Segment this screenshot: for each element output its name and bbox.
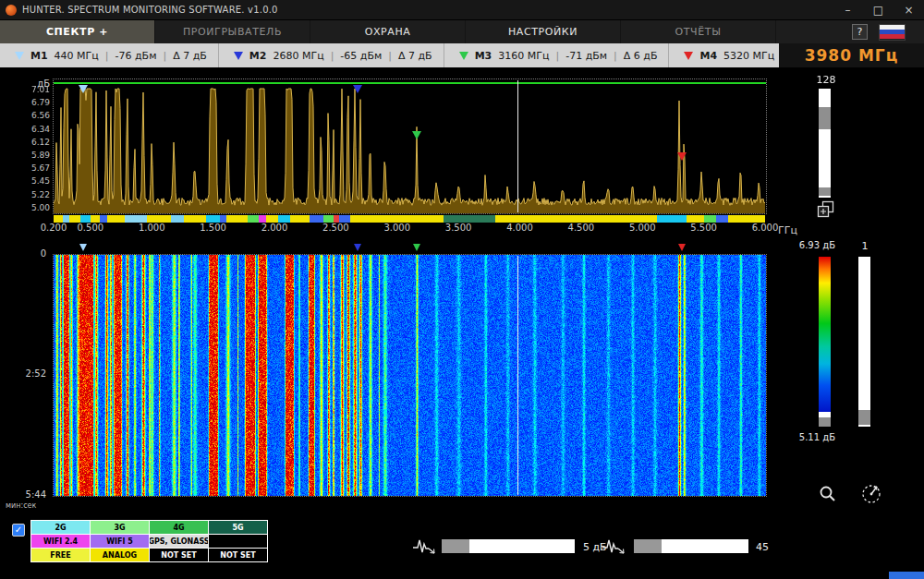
legend-cell: GPS, GLONASS	[150, 535, 208, 548]
tab-reports[interactable]: ОТЧЁТЫ	[621, 20, 776, 43]
legend-cell: NOT SET	[209, 549, 267, 561]
legend-cell: FREE	[31, 549, 90, 561]
marker-frequency: 2680 МГц	[273, 50, 323, 62]
frequency-band	[248, 215, 260, 223]
signal-span-icon	[602, 536, 627, 560]
waterfall-marker-m1[interactable]	[79, 244, 87, 251]
close-button[interactable]: ×	[894, 0, 924, 20]
x-axis-tick: 6.000	[752, 223, 779, 233]
frequency-band	[266, 215, 278, 223]
frequency-cursor-spectrum[interactable]	[517, 80, 518, 212]
y-axis-tick: 7.01	[18, 85, 50, 94]
language-flag-icon[interactable]	[879, 24, 906, 41]
frequency-band	[704, 215, 716, 223]
marker-readout-m1[interactable]: M1 440 МГц | -76 дБм | Δ 7 дБ	[0, 43, 219, 67]
frequency-band	[69, 215, 80, 223]
layers-icon[interactable]	[817, 200, 835, 223]
span-slider-handle[interactable]	[634, 539, 662, 553]
spectrum-marker-m2[interactable]	[353, 85, 362, 93]
spectrum-marker-m3[interactable]	[412, 131, 421, 139]
maximize-button[interactable]: □	[863, 0, 894, 20]
x-axis-tick: 1.000	[139, 223, 165, 233]
spectrum-marker-m1[interactable]	[79, 85, 88, 93]
intensity-value: 1	[856, 240, 874, 252]
frequency-band	[54, 215, 63, 223]
waterfall-marker-m2[interactable]	[354, 244, 361, 251]
tab-bar: СПЕКТР + ПРОИГРЫВАТЕЛЬ ОХРАНА НАСТРОЙКИ …	[0, 20, 924, 43]
magnifier-icon[interactable]	[818, 484, 838, 508]
marker-frequency: 5320 МГц	[723, 50, 774, 62]
y-axis-tick: 5.89	[18, 151, 50, 160]
frequency-band	[687, 215, 704, 223]
marker-readout-m3[interactable]: M3 3160 МГц | -71 дБм | Δ 6 дБ	[444, 43, 670, 67]
color-scale-slider[interactable]	[819, 257, 831, 427]
frequency-band	[290, 215, 310, 223]
frequency-band	[728, 215, 765, 223]
time-axis-tick: 5:44	[11, 489, 46, 500]
frequency-cursor-waterfall[interactable]	[517, 256, 518, 495]
scale-min-value: 5.11 дБ	[785, 432, 835, 442]
threshold-slider[interactable]	[442, 539, 575, 553]
time-axis-tick: 2:52	[11, 368, 46, 379]
waterfall-marker-m4[interactable]	[678, 244, 686, 251]
spectrum-trace-canvas[interactable]	[54, 79, 766, 213]
spectrum-marker-m4[interactable]	[677, 152, 687, 161]
threshold-slider-handle[interactable]	[442, 539, 469, 553]
frequency-band	[91, 215, 101, 223]
x-axis-tick: 2.500	[322, 223, 349, 233]
waterfall-marker-m3[interactable]	[413, 244, 420, 251]
frequency-band	[80, 215, 91, 223]
time-axis-label: мин:сек	[6, 501, 36, 510]
x-axis-tick: 0.200	[41, 223, 67, 233]
legend-cell: NOT SET	[150, 549, 208, 561]
frequency-band	[171, 215, 183, 223]
intensity-slider-handle[interactable]	[858, 410, 870, 425]
app-logo-icon	[6, 5, 17, 16]
frequency-band	[226, 215, 248, 223]
gain-value: 128	[812, 74, 840, 86]
marker-delta: Δ 6 дБ	[624, 50, 658, 62]
legend-table: 2G3G4G5GWIFI 2.4WIFI 5GPS, GLONASSFREEAN…	[30, 520, 268, 562]
signal-threshold-icon	[412, 536, 438, 560]
waterfall-canvas[interactable]	[54, 255, 766, 496]
x-axis-tick: 4.500	[568, 223, 595, 233]
marker-id: M3	[475, 50, 492, 62]
spectrum-plot[interactable]	[53, 78, 767, 214]
y-axis-tick: 6.34	[18, 125, 50, 134]
x-axis-tick: 4.000	[506, 223, 533, 233]
y-axis-tick: 5.67	[18, 163, 50, 173]
tab-player[interactable]: ПРОИГРЫВАТЕЛЬ	[155, 20, 310, 43]
marker-level: -65 дБм	[340, 50, 382, 62]
gain-slider[interactable]	[819, 89, 831, 198]
waterfall-plot[interactable]	[53, 254, 767, 497]
span-slider[interactable]	[634, 539, 748, 553]
frequency-band	[206, 215, 220, 223]
x-axis-tick: 0.500	[77, 223, 103, 233]
scale-max-value: 6.93 дБ	[785, 240, 835, 250]
gain-slider-handle[interactable]	[819, 107, 831, 129]
intensity-slider[interactable]	[858, 257, 870, 427]
frequency-band	[339, 215, 350, 223]
tab-settings[interactable]: НАСТРОЙКИ	[466, 20, 621, 43]
minimize-button[interactable]: –	[833, 0, 863, 20]
time-axis-tick: 0	[11, 248, 46, 259]
window-title: HUNTER. SPECTRUM MONITORING SOFTWARE. v1…	[22, 5, 278, 15]
color-scale-handle[interactable]	[819, 417, 831, 427]
tab-spectrum[interactable]: СПЕКТР +	[0, 20, 155, 43]
y-axis-tick: 5.22	[18, 190, 50, 199]
frequency-band	[310, 215, 323, 223]
y-axis-tick: 6.79	[18, 98, 50, 107]
x-axis-tick: 5.000	[629, 223, 656, 233]
legend-visible-checkbox[interactable]: ✓	[12, 524, 25, 537]
span-value: 45	[756, 541, 769, 553]
gain-slider-nub[interactable]	[819, 187, 831, 196]
legend-cell: WIFI 2.4	[31, 535, 90, 548]
marker-frequency: 440 МГц	[55, 50, 99, 62]
gauge-icon[interactable]	[859, 481, 883, 509]
legend-cell: 3G	[91, 521, 149, 534]
legend-cell	[209, 535, 267, 548]
marker-readout-m2[interactable]: M2 2680 МГц | -65 дБм | Δ 7 дБ	[219, 43, 444, 67]
help-button[interactable]: ?	[852, 24, 868, 40]
marker-delta: Δ 7 дБ	[398, 50, 432, 62]
tab-guard[interactable]: ОХРАНА	[310, 20, 466, 43]
